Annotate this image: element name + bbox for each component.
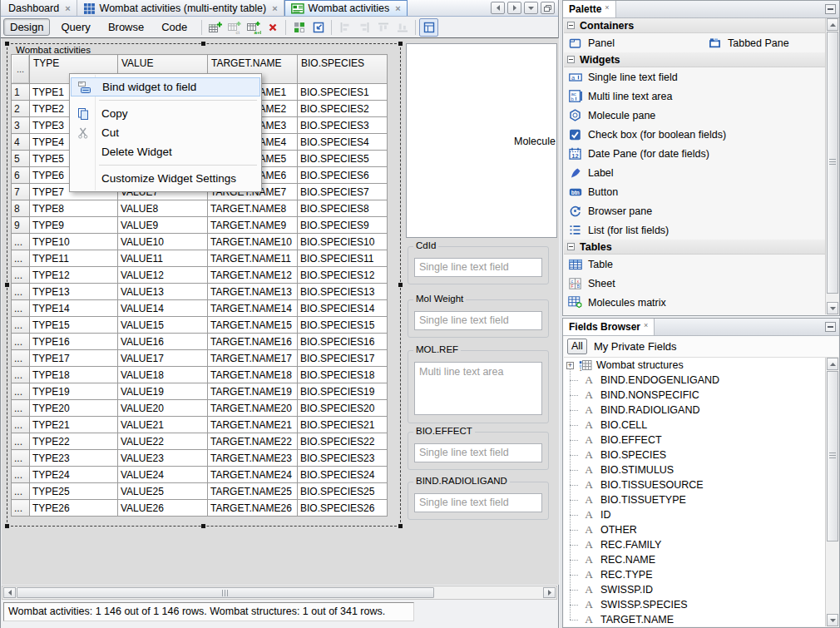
palette-item-date-pane-for-date-fields-[interactable]: 12Date Pane (for date fields)	[564, 144, 825, 163]
palette-item-browser-pane[interactable]: Browser pane	[564, 201, 825, 220]
menu-item-delete-widget[interactable]: Delete Widget	[71, 142, 260, 161]
palette-item-molecule-pane[interactable]: Molecule pane	[564, 106, 825, 125]
new-grid-view-icon[interactable]	[205, 18, 225, 37]
palette-item-tabbed-pane[interactable]: Tabbed Pane	[704, 33, 825, 52]
menu-item-copy[interactable]: Copy	[71, 104, 260, 123]
menu-item-bind-widget-to-field[interactable]: Bind widget to field	[71, 77, 260, 96]
new-widget-icon[interactable]	[309, 18, 328, 37]
selection-handle[interactable]	[398, 283, 403, 287]
tree-item-bind-radioligand[interactable]: ABIND.RADIOLIGAND	[564, 403, 825, 418]
palette-item-sheet[interactable]: cxFBSheet	[564, 274, 825, 293]
mode-button-query[interactable]: Query	[54, 18, 96, 36]
palette-section-widgets[interactable]: Widgets	[564, 52, 825, 67]
tree-item-rec-family[interactable]: AREC.FAMILY	[564, 537, 825, 552]
minimize-icon[interactable]	[825, 4, 836, 14]
tree-item-bio-stimulus[interactable]: ABIO.STIMULUS	[564, 462, 825, 477]
scroll-up-icon[interactable]	[827, 18, 838, 31]
tree-item-swissp-species[interactable]: ASWISSP.SPECIES	[564, 597, 825, 612]
mode-button-browse[interactable]: Browse	[101, 18, 151, 36]
tab-list-icon[interactable]	[524, 2, 538, 14]
palette-item-button[interactable]: btnButton	[564, 182, 825, 201]
close-icon[interactable]: ×	[65, 3, 70, 13]
widget-palette-icon[interactable]	[289, 18, 309, 37]
new-merged-grid-view-icon[interactable]: a+b	[244, 18, 263, 37]
scroll-down-icon[interactable]	[827, 614, 838, 626]
design-canvas[interactable]: Molecule CdIdSingle line text fieldMol W…	[2, 38, 559, 585]
scrollbar-thumb[interactable]	[827, 371, 838, 541]
scroll-left-icon[interactable]	[3, 587, 16, 598]
close-icon[interactable]: ×	[605, 3, 609, 17]
palette-item-list-for-list-fields-[interactable]: List (for list fields)	[564, 220, 825, 240]
tree-item-bind-endogenligand[interactable]: ABIND.ENDOGENLIGAND	[564, 373, 825, 388]
tree-item-swissp-id[interactable]: ASWISSP.ID	[564, 582, 825, 597]
palette-section-containers[interactable]: Containers	[564, 18, 825, 33]
table-row: ...TYPE26VALUE26TARGET.NAME26BIO.SPECIES…	[12, 500, 388, 517]
scroll-tabs-right-icon[interactable]	[507, 2, 521, 14]
tree-item-bio-effect[interactable]: ABIO.EFFECT	[564, 433, 825, 448]
collapse-icon[interactable]	[567, 243, 575, 250]
tree-item-bio-tissuesource[interactable]: ABIO.TISSUESOURCE	[564, 477, 825, 492]
palette-section-tables[interactable]: Tables	[564, 240, 825, 255]
maximize-view-icon[interactable]	[541, 2, 555, 14]
palette-item-label[interactable]: Label	[564, 163, 825, 182]
scroll-up-icon[interactable]	[827, 358, 838, 370]
minimize-icon[interactable]	[825, 322, 836, 332]
scroll-right-icon[interactable]	[543, 587, 556, 598]
collapse-icon[interactable]	[567, 22, 575, 29]
tree-root-wombat-structures[interactable]: + 1 Wombat structures	[564, 358, 825, 373]
selection-handle[interactable]	[5, 42, 9, 46]
filter-my-private-fields[interactable]: My Private Fields	[594, 340, 677, 353]
close-icon[interactable]: ×	[644, 321, 648, 335]
single-line-text-field[interactable]: Single line text field	[414, 311, 542, 330]
palette-item-panel[interactable]: Panel	[564, 33, 704, 52]
tab-dashboard[interactable]: Dashboard ×	[2, 0, 77, 16]
tree-item-rec-name[interactable]: AREC.NAME	[564, 552, 825, 567]
single-line-text-field[interactable]: Single line text field	[414, 258, 542, 277]
mode-button-code[interactable]: Code	[155, 18, 194, 36]
tree-item-bio-species[interactable]: ABIO.SPECIES	[564, 448, 825, 462]
single-line-text-field[interactable]: Single line text field	[414, 443, 542, 462]
tab-wombat-activities[interactable]: Wombat activities ×	[284, 0, 408, 16]
toggle-design-grid-icon[interactable]	[419, 18, 438, 37]
menu-item-customize-widget-settings[interactable]: Customize Widget Settings	[71, 169, 260, 188]
delete-view-icon[interactable]	[263, 18, 282, 37]
palette-item-single-line-text-field[interactable]: aSingle line text field	[564, 67, 825, 87]
tree-item-bind-nonspecific[interactable]: ABIND.NONSPECIFIC	[564, 388, 825, 403]
tab-wombat-activities-multi-entity[interactable]: Wombat activities (multi-entity table) ×	[77, 0, 284, 16]
selection-handle[interactable]	[398, 42, 403, 46]
fields-browser-tab[interactable]: Fields Browser ×	[563, 319, 655, 335]
scrollbar-thumb[interactable]	[827, 32, 838, 294]
close-icon[interactable]: ×	[272, 3, 277, 13]
filter-all-button[interactable]: All	[567, 339, 587, 354]
table-cell: VALUE12	[118, 267, 208, 284]
single-line-text-field[interactable]: Single line text field	[414, 493, 542, 512]
palette-item-molecules-matrix[interactable]: Molecules matrix	[564, 293, 825, 312]
mode-button-design[interactable]: Design	[3, 18, 50, 36]
tree-item-id[interactable]: AID	[564, 507, 825, 522]
tree-item-target-name[interactable]: ATARGET.NAME	[564, 612, 825, 626]
palette-item-check-box-for-boolean-fields-[interactable]: Check box (for boolean fields)	[564, 125, 825, 144]
tree-item-bio-tissuetype[interactable]: ABIO.TISSUETYPE	[564, 492, 825, 507]
selection-handle[interactable]	[201, 524, 205, 528]
multi-line-text-area[interactable]: Multi line text area	[414, 362, 542, 415]
tree-item-rec-type[interactable]: AREC.TYPE	[564, 567, 825, 582]
table-corner-button[interactable]: ...	[12, 55, 30, 84]
palette-item-multi-line-text-area[interactable]: acbMulti line text area	[564, 87, 825, 106]
palette-tab[interactable]: Palette ×	[563, 1, 616, 17]
tree-item-other[interactable]: AOTHER	[564, 522, 825, 537]
selection-handle[interactable]	[201, 42, 205, 46]
molecule-pane-widget[interactable]: Molecule	[406, 43, 557, 238]
scroll-tabs-left-icon[interactable]	[491, 2, 505, 14]
selection-handle[interactable]	[398, 524, 403, 528]
menu-item-cut[interactable]: Cut	[71, 123, 260, 142]
selection-handle[interactable]	[5, 283, 9, 287]
tree-item-bio-cell[interactable]: ABIO.CELL	[564, 418, 825, 433]
scroll-down-icon[interactable]	[827, 302, 838, 314]
svg-text:c: c	[571, 278, 573, 283]
close-icon[interactable]: ×	[395, 3, 400, 13]
collapse-icon[interactable]	[567, 56, 575, 63]
palette-item-table[interactable]: Table	[564, 255, 825, 274]
fields-browser-header: Fields Browser ×	[563, 319, 839, 336]
selection-handle[interactable]	[5, 524, 9, 528]
hscrollbar-thumb[interactable]	[17, 587, 434, 598]
